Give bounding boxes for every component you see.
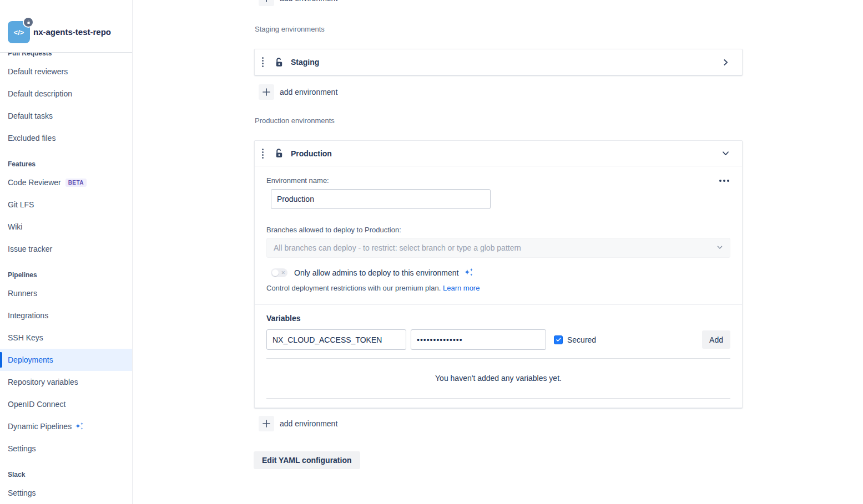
production-environments-label: Production environments: [255, 116, 743, 125]
learn-more-link[interactable]: Learn more: [443, 284, 480, 292]
drag-handle-icon[interactable]: [260, 57, 265, 67]
chevron-down-icon: [716, 243, 723, 253]
variables-empty-text: You haven't added any variables yet.: [266, 374, 730, 383]
add-environment-button-top[interactable]: add environment: [254, 0, 337, 6]
settings-sidebar: </> nx-agents-test-repo Pull Requests De…: [0, 0, 133, 504]
staging-card-title: Staging: [291, 58, 319, 67]
staging-environments-label: Staging environments: [255, 25, 743, 33]
production-card-body: Environment name: Branches allowed to de…: [255, 176, 742, 408]
meatball-menu-icon[interactable]: [718, 177, 730, 184]
deployments-settings-main: add environment Staging environments Sta…: [254, 0, 743, 469]
sidebar-item-ssh-keys[interactable]: SSH Keys: [0, 327, 132, 349]
sparkles-icon: [463, 267, 475, 278]
nav-section-slack: Slack: [0, 467, 132, 482]
sparkles-icon: [74, 421, 85, 432]
environment-name-label: Environment name:: [266, 176, 329, 185]
branches-allowed-label: Branches allowed to deploy to Production…: [255, 226, 742, 234]
production-card-title: Production: [291, 149, 332, 158]
sidebar-repo-header: </> nx-agents-test-repo: [0, 0, 132, 53]
repo-name: nx-agents-test-repo: [33, 27, 111, 37]
lock-badge-icon: [24, 18, 33, 27]
branches-select[interactable]: All branches can deploy - to restrict: s…: [266, 238, 730, 258]
admins-only-toggle-label: Only allow admins to deploy to this envi…: [294, 268, 458, 277]
variable-value-input[interactable]: [411, 329, 546, 350]
add-environment-button-staging[interactable]: add environment: [254, 84, 337, 100]
sidebar-item-repository-variables[interactable]: Repository variables: [0, 371, 132, 393]
repo-avatar[interactable]: </>: [8, 21, 30, 43]
variables-divider: [266, 358, 730, 359]
plus-icon: [259, 416, 274, 431]
staging-environment-card: Staging: [254, 49, 743, 75]
plus-icon: [259, 84, 274, 100]
sidebar-item-default-tasks[interactable]: Default tasks: [0, 105, 132, 127]
plus-icon: [259, 0, 274, 6]
sidebar-item-issue-tracker[interactable]: Issue tracker: [0, 238, 132, 260]
sidebar-item-git-lfs[interactable]: Git LFS: [0, 194, 132, 216]
edit-yaml-configuration-button[interactable]: Edit YAML configuration: [254, 451, 360, 469]
staging-card-header[interactable]: Staging: [255, 49, 742, 75]
sidebar-item-slack-settings[interactable]: Settings: [0, 482, 132, 504]
sidebar-item-integrations[interactable]: Integrations: [0, 304, 132, 327]
add-variable-button[interactable]: Add: [702, 330, 730, 349]
branches-select-placeholder: All branches can deploy - to restrict: s…: [274, 243, 716, 252]
lock-open-icon: [274, 148, 284, 159]
sidebar-item-openid-connect[interactable]: OpenID Connect: [0, 393, 132, 415]
chevron-down-icon[interactable]: [719, 147, 732, 160]
sidebar-nav: Pull Requests Default reviewers Default …: [0, 53, 132, 504]
sidebar-item-deployments[interactable]: Deployments: [0, 349, 132, 371]
sidebar-item-wiki[interactable]: Wiki: [0, 216, 132, 238]
secured-checkbox-wrap[interactable]: Secured: [554, 335, 596, 344]
code-avatar-icon: </>: [14, 28, 24, 37]
toggle-off-icon: ✕: [281, 269, 285, 276]
drag-handle-icon[interactable]: [260, 149, 265, 159]
lock-open-icon: [274, 57, 284, 68]
sidebar-item-pipelines-settings[interactable]: Settings: [0, 437, 132, 460]
sidebar-item-code-reviewer[interactable]: Code Reviewer BETA: [0, 171, 132, 194]
add-environment-button-production[interactable]: add environment: [254, 416, 337, 431]
nav-section-features: Features: [0, 157, 132, 171]
production-card-header[interactable]: Production: [255, 141, 742, 166]
checkbox-checked-icon[interactable]: [554, 335, 563, 344]
sidebar-item-default-description[interactable]: Default description: [0, 83, 132, 105]
sidebar-item-excluded-files[interactable]: Excluded files: [0, 127, 132, 149]
sidebar-item-runners[interactable]: Runners: [0, 282, 132, 304]
variable-name-input[interactable]: [266, 329, 406, 350]
beta-badge: BETA: [65, 179, 87, 187]
premium-plan-text: Control deployment restrictions with our…: [266, 284, 441, 292]
variables-title: Variables: [266, 314, 730, 323]
secured-label: Secured: [567, 335, 596, 344]
sidebar-item-default-reviewers[interactable]: Default reviewers: [0, 60, 132, 83]
nav-section-pipelines: Pipelines: [0, 268, 132, 282]
section-divider: [255, 304, 742, 305]
production-environment-card: Production Environment name: Branches al…: [254, 140, 743, 408]
admins-only-toggle[interactable]: ✕: [271, 268, 287, 277]
chevron-right-icon[interactable]: [719, 55, 732, 69]
sidebar-item-dynamic-pipelines[interactable]: Dynamic Pipelines: [0, 415, 132, 437]
environment-name-input[interactable]: [271, 189, 491, 209]
